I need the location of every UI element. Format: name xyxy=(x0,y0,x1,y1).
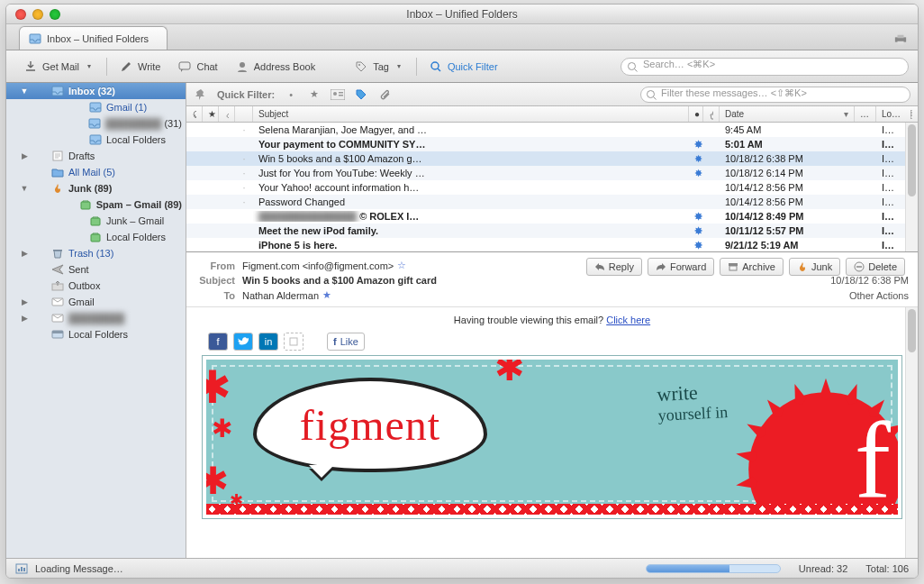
share-more-icon[interactable] xyxy=(284,333,303,351)
sidebar-item[interactable]: Sent xyxy=(6,261,186,278)
twitter-icon[interactable] xyxy=(233,333,253,351)
sidebar-item[interactable]: ████████ (31) xyxy=(6,115,186,132)
msg-subject: Your payment to COMMUNITY SY… xyxy=(253,139,689,150)
star-icon[interactable]: ★ xyxy=(307,87,322,102)
sidebar-item[interactable]: Spam – Gmail (89) xyxy=(6,196,186,213)
message-row[interactable]: Meet the new iPod family.✸10/11/12 5:57 … xyxy=(186,224,918,238)
total-count: Total: 106 xyxy=(865,563,909,574)
sidebar-item[interactable]: Local Folders xyxy=(6,326,186,342)
forward-icon xyxy=(656,262,666,271)
attachment-icon[interactable] xyxy=(377,87,392,102)
chevron-down-icon[interactable]: ▾ xyxy=(394,62,403,70)
svg-rect-26 xyxy=(339,95,343,96)
svg-point-24 xyxy=(333,92,337,96)
col-read[interactable]: ● xyxy=(689,106,703,122)
svg-point-27 xyxy=(648,90,655,97)
other-actions-link[interactable]: Other Actions xyxy=(849,290,909,301)
col-subject[interactable]: Subject xyxy=(253,106,689,122)
tab-inbox[interactable]: Inbox – Unified Folders xyxy=(19,26,168,50)
reply-button[interactable]: Reply xyxy=(586,258,642,276)
sidebar-item-label: Gmail xyxy=(68,297,95,307)
msg-date: 10/14/12 8:56 PM xyxy=(720,196,855,207)
sidebar-item-label: Drafts xyxy=(68,151,95,161)
share-bar: f in fLike xyxy=(199,333,905,351)
dot-icon[interactable]: • xyxy=(284,87,298,102)
scrollbar[interactable] xyxy=(905,123,918,251)
scrollbar[interactable] xyxy=(905,307,918,558)
sidebar-item[interactable]: ▼Inbox (32) xyxy=(6,83,186,99)
sidebar-item[interactable]: Outbox xyxy=(6,278,186,294)
svg-rect-36 xyxy=(18,569,20,571)
sidebar-item-label: Local Folders xyxy=(68,329,128,340)
sidebar-item[interactable]: ▶Drafts xyxy=(6,148,186,164)
address-book-button[interactable]: Address Book xyxy=(227,56,324,78)
msg-subject: Your Yahoo! account information h… xyxy=(253,182,689,193)
col-date[interactable]: Date▾ xyxy=(720,106,855,122)
archive-icon xyxy=(728,262,738,271)
sidebar-item[interactable]: Gmail (1) xyxy=(6,99,186,115)
sidebar-item[interactable]: All Mail (5) xyxy=(6,164,186,180)
chat-button[interactable]: Chat xyxy=(169,56,226,78)
search-input[interactable]: Search… <⌘K> xyxy=(621,58,909,76)
sidebar-item[interactable]: ▶Trash (13) xyxy=(6,245,186,261)
col-thread[interactable] xyxy=(186,106,203,122)
archive-button[interactable]: Archive xyxy=(720,258,784,276)
folder-icon xyxy=(89,231,102,243)
titlebar: Inbox – Unified Folders xyxy=(6,5,918,24)
col-star[interactable]: ★ xyxy=(203,106,219,122)
activity-icon[interactable] xyxy=(15,562,28,575)
message-list-header: ★ Subject ● Date▾ … Lo… xyxy=(186,106,918,123)
scroll-thumb[interactable] xyxy=(908,309,916,352)
content-row: ▼Inbox (32)Gmail (1)████████ (31)Local F… xyxy=(6,83,918,558)
preview-body: Having trouble viewing this email? Click… xyxy=(186,307,918,558)
message-row[interactable]: ·Your Yahoo! account information h…10/14… xyxy=(186,180,918,195)
chevron-down-icon[interactable]: ▾ xyxy=(85,62,94,70)
col-attach[interactable] xyxy=(219,106,235,122)
message-row[interactable]: Your payment to COMMUNITY SY…✸5:01 AMIn… xyxy=(186,137,918,151)
sidebar-item[interactable]: ▶████████ xyxy=(6,310,186,326)
msg-date: 5:01 AM xyxy=(720,139,855,150)
sidebar-item[interactable]: Local Folders xyxy=(6,229,186,245)
sidebar-item[interactable]: ▶Gmail xyxy=(6,294,186,310)
write-button[interactable]: Write xyxy=(111,56,169,78)
folder-sidebar: ▼Inbox (32)Gmail (1)████████ (31)Local F… xyxy=(6,83,186,558)
sidebar-item[interactable]: Local Folders xyxy=(6,132,186,148)
message-list[interactable]: ·Selena Maranjian, Joe Magyer, and …9:45… xyxy=(186,123,918,252)
message-row[interactable]: ·Selena Maranjian, Joe Magyer, and …9:45… xyxy=(186,123,918,137)
tag-button[interactable]: Tag ▾ xyxy=(346,56,412,78)
forward-button[interactable]: Forward xyxy=(648,258,714,276)
sidebar-item-label: Trash (13) xyxy=(68,248,113,259)
sidebar-item[interactable]: Junk – Gmail xyxy=(6,213,186,229)
get-mail-button[interactable]: Get Mail ▾ xyxy=(15,56,103,78)
flame-icon xyxy=(797,261,808,272)
delete-button[interactable]: Delete xyxy=(846,258,905,276)
col-junk[interactable] xyxy=(703,106,720,122)
sidebar-item[interactable]: ▼Junk (89) xyxy=(6,180,186,196)
inbox-icon xyxy=(29,32,41,45)
contact-icon[interactable] xyxy=(331,87,345,102)
star-icon[interactable]: ☆ xyxy=(397,260,406,271)
like-button[interactable]: fLike xyxy=(327,333,365,351)
printer-icon[interactable] xyxy=(894,33,907,46)
col-picker[interactable] xyxy=(905,106,918,122)
folder-icon xyxy=(51,296,64,308)
filter-messages-input[interactable]: Filter these messages… <⇧⌘K> xyxy=(640,87,910,103)
message-row[interactable]: ·Just for You from YouTube: Weekly …✸10/… xyxy=(186,166,918,180)
tag-filter-icon[interactable] xyxy=(354,87,368,102)
message-row[interactable]: iPhone 5 is here.✸9/21/12 5:19 AMIn… xyxy=(186,238,918,252)
star-icon[interactable]: ★ xyxy=(322,289,331,301)
msg-location: In… xyxy=(876,124,905,135)
facebook-icon[interactable]: f xyxy=(208,333,228,351)
subject-label: Subject xyxy=(195,275,235,286)
junk-button[interactable]: Junk xyxy=(789,258,840,276)
linkedin-icon[interactable]: in xyxy=(258,333,278,351)
col-location[interactable]: Lo… xyxy=(876,106,905,122)
pin-icon[interactable] xyxy=(194,87,208,102)
message-row[interactable]: ██████████████ © ROLEX I…✸10/14/12 8:49 … xyxy=(186,209,918,224)
quick-filter-button[interactable]: Quick Filter xyxy=(421,56,507,78)
message-row[interactable]: ·Password Changed10/14/12 8:56 PMIn… xyxy=(186,195,918,209)
svg-point-7 xyxy=(431,62,439,69)
scroll-thumb[interactable] xyxy=(908,124,916,196)
message-row[interactable]: ·Win 5 books and a $100 Amazon g…✸10/18/… xyxy=(186,151,918,166)
click-here-link[interactable]: Click here xyxy=(606,315,650,325)
